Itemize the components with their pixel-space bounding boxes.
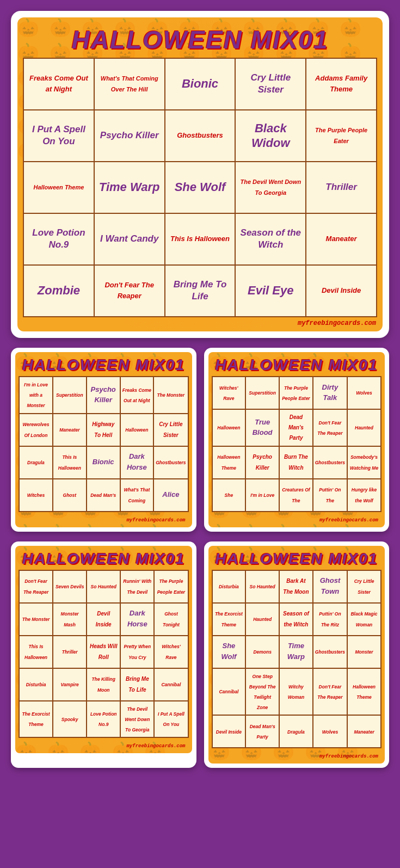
cell-text: Hungry like the Wolf: [352, 487, 377, 503]
cell-text: Dead Man's Party: [288, 414, 304, 441]
bingo-cell: Cannibal: [154, 668, 188, 701]
card3-title: HALLOWEEN MIX01: [212, 358, 382, 373]
bingo-cell: Thriller: [306, 162, 377, 213]
bingo-cell: The Killing Moon: [87, 668, 120, 701]
main-card-title: HALLOWEEN MIX01: [23, 27, 377, 52]
cell-text: Don't Fear The Reaper: [317, 684, 342, 700]
cell-text: The Killing Moon: [92, 676, 115, 692]
bingo-cell: Addams Family Theme: [306, 58, 377, 110]
bingo-cell: Bionic: [87, 446, 120, 479]
bingo-cell: Vampire: [53, 668, 87, 701]
bingo-cell: Witches' Rave: [212, 377, 246, 409]
cell-text: Bring Me To Life: [126, 676, 149, 692]
bingo-cell: Pretty When You Cry: [120, 636, 154, 668]
bingo-cell: Dark Horse: [120, 603, 154, 636]
bingo-cell: Cry Little Sister: [235, 58, 306, 110]
bingo-cell: Ghostbusters: [153, 446, 188, 479]
bingo-cell: Superstition: [53, 377, 87, 414]
card3-grid: Witches' RaveSuperstitionThe Purple Peop…: [212, 376, 382, 512]
cell-text: Haunted: [355, 425, 373, 430]
cell-text: Halloween Theme: [353, 684, 376, 700]
cell-text: Haunted: [253, 617, 272, 622]
card5-title: HALLOWEEN MIX01: [212, 551, 382, 567]
cell-text: Monster: [355, 649, 373, 655]
bingo-cell: Season of the Witch: [279, 603, 313, 636]
cell-text: Zombie: [38, 284, 80, 297]
bingo-cell: Bark At The Moon: [279, 570, 313, 603]
bingo-cell: She: [212, 479, 246, 512]
cell-text: Dead Man's: [90, 493, 116, 498]
cell-text: Bark At The Moon: [283, 578, 309, 594]
cell-text: Monster Mash: [61, 611, 79, 627]
cell-text: Witchy Woman: [288, 684, 305, 700]
bingo-cell: What's That Coming: [120, 479, 154, 512]
bingo-cell: Dead Man's: [87, 479, 120, 512]
cell-text: Maneater: [59, 427, 79, 433]
cell-text: Maneater: [354, 729, 374, 735]
cell-text: Witches' Rave: [219, 385, 238, 401]
bingo-cell: Thriller: [53, 636, 87, 668]
cell-text: Superstition: [56, 392, 83, 398]
cell-text: Time Warp: [99, 180, 160, 194]
bingo-cell: Dark Horse: [120, 446, 154, 479]
cell-text: Alice: [162, 490, 179, 498]
bingo-cell: Alice: [153, 479, 188, 512]
cell-text: Spooky: [61, 717, 78, 722]
card5-container: HALLOWEEN MIX01 DisturbiaSo HauntedBark …: [204, 541, 390, 768]
bingo-cell: Wolves: [313, 715, 347, 748]
cell-text: Season of the Witch: [241, 227, 301, 249]
cell-text: She Wolf: [175, 180, 226, 194]
cell-text: Ghostbusters: [177, 131, 223, 139]
bingo-cell: Halloween: [120, 414, 154, 446]
cell-text: I'm in Love: [250, 493, 274, 498]
cell-text: The Devil Went Down To Georgia: [125, 706, 150, 732]
bingo-cell: True Blood: [245, 409, 279, 446]
bingo-cell: Puttin' On The: [313, 479, 347, 512]
card5-grid: DisturbiaSo HauntedBark At The MoonGhost…: [212, 570, 382, 749]
bingo-cell: Haunted: [347, 409, 381, 446]
bingo-cell: The Devil Went Down To Georgia: [235, 162, 306, 213]
bingo-cell: I'm in Love with a Monster: [19, 377, 53, 414]
cell-text: I Put A Spell On You: [32, 124, 85, 146]
bingo-cell: Haunted: [245, 603, 279, 636]
cell-text: Black Magic Woman: [350, 611, 377, 627]
card4-header: HALLOWEEN MIX01: [15, 546, 192, 570]
bottom-row-1: HALLOWEEN MIX01 I'm in Love with a Monst…: [11, 348, 389, 532]
cell-text: Cry Little Sister: [250, 72, 291, 94]
bingo-cell: Witchy Woman: [279, 668, 313, 716]
cell-text: Halloween Theme: [217, 454, 240, 470]
cell-text: She Wolf: [221, 642, 236, 660]
card2-website: myfreebingocards.com: [15, 515, 192, 527]
bingo-cell: Halloween: [212, 409, 246, 446]
cell-text: Superstition: [249, 390, 276, 396]
bottom-row-2: HALLOWEEN MIX01 Don't Fear The ReaperSev…: [11, 541, 389, 768]
bingo-cell: Halloween Theme: [23, 162, 94, 213]
cell-text: Highway To Hell: [92, 421, 114, 438]
bingo-cell: Bionic: [165, 58, 236, 110]
bingo-cell: The Exorcist Theme: [212, 603, 246, 636]
cell-text: Maneater: [326, 235, 357, 243]
bingo-cell: Monster Mash: [53, 603, 87, 636]
bingo-cell: Love Potion No.9: [23, 213, 94, 265]
bingo-cell: Puttin' On The Ritz: [313, 603, 347, 636]
cell-text: Ghost Tonight: [163, 611, 180, 627]
bingo-cell: Maneater: [347, 715, 381, 748]
card4-title: HALLOWEEN MIX01: [19, 551, 189, 567]
cell-text: Don't Fear The Reaper: [104, 281, 154, 299]
cell-text: What's That Coming: [124, 487, 150, 503]
bingo-cell: I Want Candy: [94, 213, 165, 265]
bingo-cell: Time Warp: [94, 162, 165, 213]
bingo-cell: Time Warp: [279, 636, 313, 668]
cell-text: Freaks Come Out at Night: [122, 387, 151, 403]
main-card: HALLOWEEN MIX01 Freaks Come Out at Night…: [11, 11, 389, 338]
cell-text: She: [225, 493, 233, 498]
cell-text: Bionic: [93, 458, 114, 466]
cell-text: Pretty When You Cry: [124, 644, 151, 660]
bingo-cell: Psycho Killer: [87, 377, 120, 414]
cell-text: Ghost: [63, 493, 77, 498]
bingo-cell: Bring Me To Life: [120, 668, 154, 701]
cell-text: The Monster: [22, 617, 50, 622]
cell-text: Dead Man's Party: [250, 724, 275, 740]
cell-text: Psycho Killer: [100, 130, 159, 140]
bingo-cell: Maneater: [53, 414, 87, 446]
